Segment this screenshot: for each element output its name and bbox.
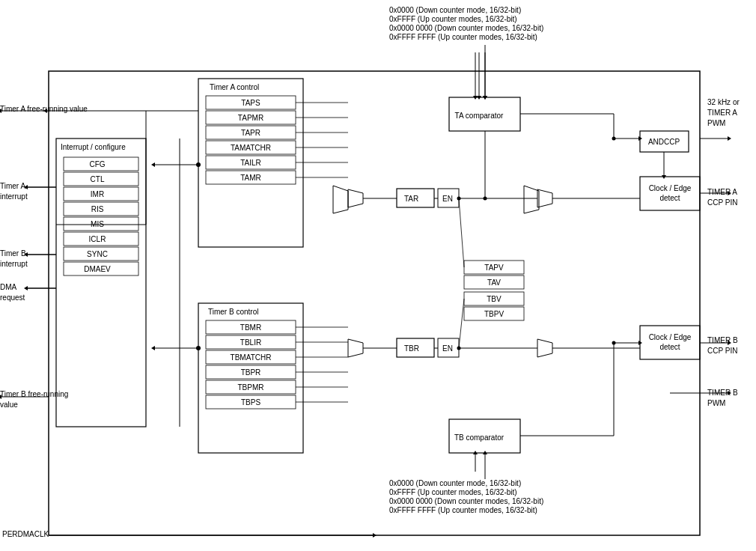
svg-text:EN: EN bbox=[442, 195, 453, 203]
timer-block-diagram: Interrupt / configure CFG CTL IMR RIS MI… bbox=[0, 0, 756, 551]
svg-text:ANDCCP: ANDCCP bbox=[648, 138, 680, 146]
timer-a-pwm-label: 32 kHz orTIMER APWM bbox=[707, 97, 740, 129]
perdmaclk-label: PERDMACLK bbox=[2, 530, 49, 538]
svg-text:Clock / Edge: Clock / Edge bbox=[649, 184, 692, 192]
note-top-1: 0x0000 (Down counter mode, 16/32-bit) bbox=[389, 6, 521, 14]
svg-point-110 bbox=[196, 346, 201, 350]
svg-text:TAPR: TAPR bbox=[241, 129, 260, 137]
svg-text:detect: detect bbox=[659, 343, 680, 351]
svg-text:TAPS: TAPS bbox=[241, 99, 260, 107]
svg-text:TAV: TAV bbox=[487, 278, 501, 287]
svg-text:Timer A control: Timer A control bbox=[210, 83, 259, 91]
svg-text:TB comparator: TB comparator bbox=[454, 433, 504, 442]
svg-marker-78 bbox=[537, 189, 552, 207]
svg-text:TAPMR: TAPMR bbox=[238, 114, 263, 122]
timer-a-free-running-label: Timer A free-running value bbox=[0, 105, 88, 113]
timer-b-free-running-label: Timer B free-runningvalue bbox=[0, 389, 68, 410]
svg-text:ICLR: ICLR bbox=[89, 235, 106, 243]
svg-point-157 bbox=[457, 347, 461, 350]
svg-text:TBPS: TBPS bbox=[241, 398, 260, 407]
note-bottom-4: 0xFFFF FFFF (Up counter modes, 16/32-bit… bbox=[389, 506, 537, 514]
svg-text:TAPV: TAPV bbox=[484, 264, 504, 272]
note-top-2: 0xFFFF (Up counter modes, 16/32-bit) bbox=[389, 15, 517, 23]
timer-b-interrupt-label: Timer Binterrupt bbox=[0, 249, 28, 270]
diagram-svg: Interrupt / configure CFG CTL IMR RIS MI… bbox=[0, 0, 756, 551]
svg-point-134 bbox=[612, 341, 616, 345]
svg-text:TBPMR: TBPMR bbox=[238, 383, 264, 392]
svg-text:SYNC: SYNC bbox=[87, 250, 108, 258]
note-top-4: 0xFFFF FFFF (Up counter modes, 16/32-bit… bbox=[389, 33, 537, 41]
svg-text:TAR: TAR bbox=[404, 195, 418, 203]
svg-text:TA comparator: TA comparator bbox=[455, 112, 504, 120]
svg-marker-79 bbox=[348, 339, 363, 357]
svg-text:TAILR: TAILR bbox=[240, 159, 261, 167]
svg-text:Timer B control: Timer B control bbox=[208, 308, 258, 316]
svg-point-118 bbox=[484, 197, 487, 201]
svg-line-154 bbox=[459, 198, 464, 267]
note-bottom-3: 0x0000 0000 (Down counter modes, 16/32-b… bbox=[389, 497, 543, 505]
svg-line-156 bbox=[459, 299, 464, 348]
svg-text:TAMATCHR: TAMATCHR bbox=[231, 144, 271, 152]
svg-text:Clock / Edge: Clock / Edge bbox=[649, 333, 692, 341]
svg-point-116 bbox=[612, 137, 616, 141]
svg-text:Interrupt / configure: Interrupt / configure bbox=[61, 143, 126, 151]
svg-text:IMR: IMR bbox=[91, 190, 104, 198]
note-bottom-2: 0xFFFF (Up counter modes, 16/32-bit) bbox=[389, 488, 517, 496]
svg-text:TBMATCHR: TBMATCHR bbox=[231, 353, 272, 362]
timer-a-interrupt-label: Timer Ainterrupt bbox=[0, 181, 28, 202]
dma-request-label: DMArequest bbox=[0, 282, 25, 303]
svg-text:DMAEV: DMAEV bbox=[84, 265, 111, 273]
timer-a-ccp-label: TIMER ACCP PIN bbox=[707, 187, 737, 208]
svg-marker-149 bbox=[373, 533, 377, 538]
svg-point-107 bbox=[196, 162, 201, 167]
svg-marker-77 bbox=[348, 189, 363, 207]
svg-text:TBR: TBR bbox=[404, 344, 419, 353]
svg-text:TAMR: TAMR bbox=[240, 174, 261, 182]
timer-b-pwm-label: TIMER BPWM bbox=[707, 388, 738, 409]
svg-marker-106 bbox=[151, 162, 155, 167]
svg-marker-109 bbox=[151, 346, 155, 350]
svg-text:detect: detect bbox=[659, 194, 680, 202]
svg-text:RIS: RIS bbox=[91, 205, 104, 213]
timer-b-ccp-label: TIMER BCCP PIN bbox=[707, 335, 738, 356]
note-bottom-1: 0x0000 (Down counter mode, 16/32-bit) bbox=[389, 479, 521, 487]
svg-text:TBMR: TBMR bbox=[240, 323, 261, 332]
svg-marker-47 bbox=[333, 186, 348, 213]
svg-text:CTL: CTL bbox=[91, 175, 105, 183]
svg-text:TBPV: TBPV bbox=[484, 310, 504, 318]
svg-marker-80 bbox=[537, 339, 552, 357]
svg-text:TBV: TBV bbox=[487, 295, 502, 303]
svg-marker-48 bbox=[524, 186, 539, 213]
note-top-3: 0x0000 0000 (Down counter modes, 16/32-b… bbox=[389, 24, 543, 32]
svg-point-155 bbox=[457, 197, 461, 201]
svg-text:CFG: CFG bbox=[89, 160, 105, 168]
svg-marker-126 bbox=[728, 136, 731, 141]
svg-text:TBLIR: TBLIR bbox=[240, 338, 261, 347]
svg-text:EN: EN bbox=[442, 344, 453, 353]
svg-text:TBPR: TBPR bbox=[241, 368, 261, 377]
